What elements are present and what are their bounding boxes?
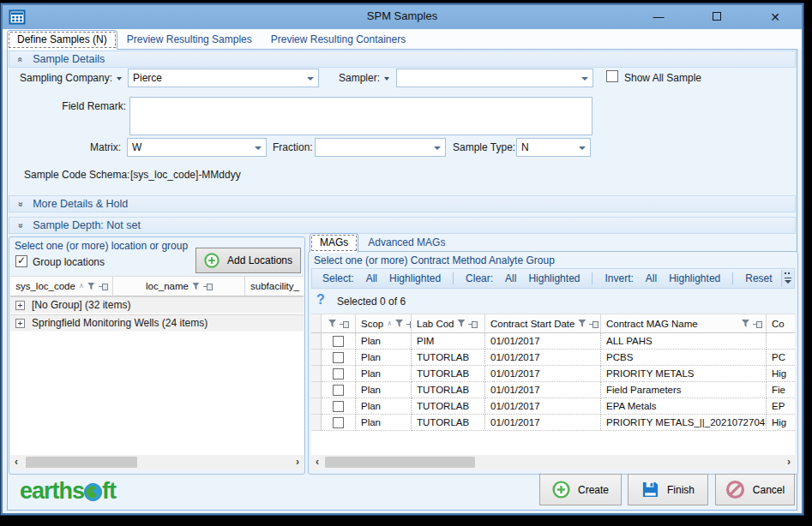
row-selector[interactable] (311, 382, 322, 398)
more-details-section-header[interactable]: « More Details & Hold (9, 195, 796, 212)
add-locations-button[interactable]: Add Locations (195, 248, 301, 273)
fraction-combo[interactable] (315, 138, 446, 157)
column-header-contract-start-date[interactable]: Contract Start Date (485, 314, 601, 333)
collapse-section-icon[interactable]: « (15, 57, 25, 62)
row-selector[interactable] (311, 398, 322, 415)
row-selector[interactable] (311, 366, 322, 382)
scrollbar-thumb[interactable] (26, 457, 137, 468)
overflow-bar-icon (785, 278, 791, 278)
row-checkbox[interactable] (333, 401, 344, 412)
minimize-button[interactable]: — (644, 5, 673, 29)
row-checkbox[interactable] (333, 352, 344, 363)
row-checkbox[interactable] (333, 336, 344, 347)
column-header-loc-name[interactable]: loc_name (113, 276, 245, 296)
pin-icon[interactable] (203, 282, 212, 290)
cancel-button[interactable]: Cancel (715, 474, 795, 505)
maximize-button[interactable] (702, 5, 731, 29)
expand-plus-icon[interactable] (15, 301, 25, 310)
finish-button[interactable]: Finish (628, 474, 708, 505)
chevron-down-icon[interactable] (307, 77, 314, 81)
sampler-dropdown-icon[interactable] (384, 77, 389, 81)
select-label: Select: (322, 272, 354, 284)
tab-define-samples[interactable]: Define Samples (N) (7, 30, 117, 50)
mag-row[interactable]: Plan TUTORLAB 01/01/2017 EPA Metals EP (311, 398, 795, 415)
column-header-scope[interactable]: Scop ∧ (356, 314, 412, 333)
fraction-label: Fraction: (273, 141, 313, 153)
tab-preview-resulting-containers[interactable]: Preview Resulting Containers (262, 31, 415, 49)
scroll-left-icon[interactable]: ‹ (15, 456, 18, 469)
sample-details-section-header[interactable]: « Sample Details (9, 51, 796, 68)
titlebar[interactable]: SPM Samples — ✕ (3, 5, 802, 29)
tab-advanced-mags[interactable]: Advanced MAGs (358, 234, 454, 252)
chevron-down-icon[interactable] (255, 146, 262, 150)
invert-highlighted-link[interactable]: Highlighted (669, 272, 720, 284)
tab-preview-resulting-samples[interactable]: Preview Resulting Samples (117, 31, 262, 49)
show-all-sample-checkbox[interactable] (606, 70, 618, 82)
locations-horizontal-scrollbar[interactable]: ‹ › (10, 455, 304, 469)
chevron-down-icon[interactable] (581, 77, 588, 81)
scroll-right-icon[interactable]: › (787, 456, 791, 469)
mag-row[interactable]: Plan TUTORLAB 01/01/2017 Field Parameter… (311, 382, 795, 398)
pin-icon[interactable] (468, 320, 477, 328)
reset-link[interactable]: Reset (745, 272, 772, 284)
tab-mags[interactable]: MAGs (310, 233, 358, 253)
scrollbar-thumb[interactable] (325, 457, 475, 468)
filter-icon[interactable] (87, 283, 95, 290)
mag-row[interactable]: Plan TUTORLAB 01/01/2017 PCBS PC (311, 350, 795, 366)
pin-icon[interactable] (340, 320, 348, 328)
sampling-company-dropdown-icon[interactable] (117, 77, 122, 81)
chevron-down-icon[interactable] (579, 146, 586, 150)
expand-section-icon[interactable]: « (15, 201, 25, 206)
mag-row[interactable]: Plan TUTORLAB 01/01/2017 PRIORITY METALS… (311, 366, 795, 382)
column-header-checkbox[interactable] (322, 314, 356, 333)
clear-highlighted-link[interactable]: Highlighted (528, 272, 580, 284)
clear-all-link[interactable]: All (505, 272, 516, 284)
row-selector[interactable] (311, 333, 322, 350)
location-group-row[interactable]: [No Group] (32 items) (10, 296, 304, 314)
select-all-link[interactable]: All (366, 272, 377, 284)
location-group-row[interactable]: Springfield Monitoring Wells (24 items) (10, 314, 304, 332)
column-header-lab-code[interactable]: Lab Cod (412, 314, 485, 333)
column-header-sys-loc-code[interactable]: sys_loc_code ∧ (10, 276, 113, 296)
filter-icon[interactable] (328, 320, 336, 327)
filter-icon[interactable] (395, 320, 403, 327)
group-locations-checkbox[interactable] (15, 255, 27, 267)
expand-plus-icon[interactable] (15, 319, 25, 328)
pin-icon[interactable] (753, 320, 761, 328)
cell-lab-code: TUTORLAB (412, 382, 485, 398)
sample-code-schema-value: [sys_loc_code]-MMddyy (130, 169, 241, 181)
maximize-icon (713, 12, 721, 21)
sample-type-combo[interactable]: N (516, 138, 591, 157)
row-checkbox[interactable] (333, 368, 344, 380)
create-button[interactable]: Create (539, 474, 622, 505)
scroll-right-icon[interactable]: › (296, 456, 299, 469)
mag-row[interactable]: Plan TUTORLAB 01/01/2017 PRIORITY METALS… (311, 415, 795, 431)
sampler-combo[interactable] (396, 69, 593, 87)
filter-icon[interactable] (578, 320, 586, 327)
sampling-company-combo[interactable]: Pierce (128, 69, 319, 87)
matrix-combo[interactable]: W (127, 138, 267, 157)
filter-icon[interactable] (457, 320, 465, 327)
chevron-down-icon[interactable] (434, 146, 441, 150)
sample-depth-section-header[interactable]: « Sample Depth: Not set (9, 217, 796, 234)
row-checkbox[interactable] (333, 417, 344, 428)
mags-horizontal-scrollbar[interactable]: ‹ › (311, 455, 795, 469)
pin-icon[interactable] (99, 282, 107, 290)
column-header-contract-mag-name[interactable]: Contract MAG Name (601, 314, 767, 333)
column-header-co[interactable]: Co (767, 314, 795, 333)
column-header-subfacility[interactable]: subfacility_ (245, 276, 304, 296)
filter-icon[interactable] (192, 283, 200, 290)
row-checkbox[interactable] (333, 385, 344, 396)
row-selector[interactable] (311, 415, 322, 431)
select-highlighted-link[interactable]: Highlighted (389, 272, 441, 284)
close-button[interactable]: ✕ (761, 5, 790, 29)
invert-all-link[interactable]: All (646, 272, 657, 284)
expand-section-icon[interactable]: « (15, 223, 25, 228)
mag-row[interactable]: Plan PIM 01/01/2017 ALL PAHS (311, 333, 795, 350)
field-remark-textarea[interactable] (129, 97, 592, 135)
row-selector[interactable] (311, 350, 322, 366)
pin-icon[interactable] (589, 320, 598, 328)
scroll-left-icon[interactable]: ‹ (316, 456, 319, 469)
filter-icon[interactable] (742, 320, 749, 327)
toolbar-overflow-button[interactable] (781, 270, 793, 287)
